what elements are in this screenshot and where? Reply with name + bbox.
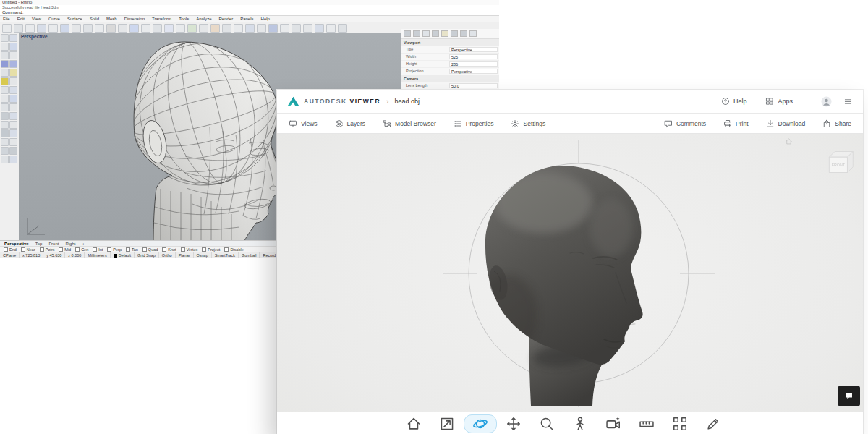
rhino-toolbar-icon[interactable]: [25, 24, 35, 33]
viewport-tool[interactable]: Orbit: [464, 412, 497, 434]
rhino-sidebar-icon[interactable]: [9, 60, 17, 68]
viewport-tool[interactable]: Markup: [697, 412, 730, 434]
view-cube[interactable]: FRONT: [815, 145, 857, 179]
status-bar-item[interactable]: Ortho: [159, 252, 176, 258]
viewer-viewport[interactable]: FRONT: [277, 134, 863, 434]
rhino-toolbar-icon[interactable]: [280, 24, 289, 33]
rhino-toolbar-icon[interactable]: [37, 24, 46, 33]
toolbar-button[interactable]: Print: [723, 119, 748, 128]
toolbar-button[interactable]: Views: [289, 119, 318, 128]
status-bar-item[interactable]: z 0.000: [65, 252, 85, 258]
rhino-properties-tab[interactable]: [451, 30, 458, 37]
status-bar-item[interactable]: Gumball: [239, 252, 260, 258]
avatar[interactable]: [821, 96, 832, 107]
rhino-sidebar-icon[interactable]: [9, 43, 17, 51]
toolbar-button[interactable]: Model Browser: [383, 119, 436, 128]
rhino-sidebar-icon[interactable]: [1, 86, 9, 94]
rhino-sidebar-icon[interactable]: [1, 138, 9, 146]
rhino-toolbar-icon[interactable]: [141, 24, 150, 33]
status-bar-item[interactable]: Grid Snap: [135, 252, 159, 258]
rhino-sidebar-icon[interactable]: [1, 112, 9, 120]
property-value[interactable]: 525: [449, 54, 498, 59]
viewport-tool[interactable]: Measure: [630, 412, 663, 434]
rhino-sidebar-icon[interactable]: [1, 121, 9, 129]
rhino-toolbar-icon[interactable]: [2, 24, 12, 33]
hamburger-menu-icon[interactable]: [843, 98, 853, 106]
rhino-properties-tab[interactable]: [460, 30, 467, 37]
rhino-sidebar-icon[interactable]: [9, 138, 17, 146]
rhino-sidebar-icon[interactable]: [9, 121, 17, 129]
rhino-toolbar-icon[interactable]: [234, 24, 243, 33]
rhino-sidebar-icon[interactable]: [9, 86, 17, 94]
rhino-viewport-label[interactable]: Perspective: [21, 34, 48, 39]
header-action-button[interactable]: Apps: [765, 97, 793, 106]
rhino-toolbar-icon[interactable]: [257, 24, 266, 33]
rhino-menu-item[interactable]: Transform: [152, 17, 171, 21]
rhino-sidebar-icon[interactable]: [9, 77, 17, 85]
rhino-toolbar-icon[interactable]: [187, 24, 197, 33]
rhino-menu-item[interactable]: View: [32, 17, 41, 21]
rhino-toolbar-icon[interactable]: [48, 24, 58, 33]
rhino-toolbar-icon[interactable]: [83, 24, 93, 33]
rhino-menu-item[interactable]: Solid: [90, 17, 99, 21]
rhino-sidebar-icon[interactable]: [1, 156, 9, 163]
viewport-tool[interactable]: Home: [397, 412, 430, 434]
rhino-menu-item[interactable]: Help: [261, 17, 270, 21]
rhino-sidebar-icon[interactable]: [9, 34, 17, 42]
rhino-menu-item[interactable]: Edit: [17, 17, 25, 21]
property-value[interactable]: Perspective: [449, 47, 498, 52]
rhino-toolbar-icon[interactable]: [303, 24, 312, 33]
rhino-toolbar-icon[interactable]: [338, 24, 347, 33]
rhino-sidebar-icon[interactable]: [9, 112, 17, 120]
rhino-menu-item[interactable]: Surface: [67, 17, 82, 21]
rhino-toolbar-icon[interactable]: [106, 24, 116, 33]
rhino-sidebar-icon[interactable]: [1, 147, 9, 155]
header-action-button[interactable]: Help: [721, 97, 747, 106]
toolbar-button[interactable]: Share: [822, 119, 851, 128]
rhino-properties-tab[interactable]: [413, 30, 420, 37]
rhino-sidebar-icon[interactable]: [9, 95, 17, 103]
rhino-menu-item[interactable]: Curve: [48, 17, 60, 21]
rhino-properties-tab[interactable]: [432, 30, 439, 37]
rhino-sidebar-icon[interactable]: [1, 103, 9, 111]
rhino-menu-item[interactable]: Tools: [179, 17, 189, 21]
viewport-tool[interactable]: Fit: [430, 412, 464, 434]
rhino-sidebar-icon[interactable]: [9, 156, 17, 163]
status-bar-item[interactable]: Osnap: [194, 252, 212, 258]
rhino-toolbar-icon[interactable]: [210, 24, 220, 33]
toolbar-button[interactable]: Comments: [664, 119, 706, 128]
rhino-sidebar-icon[interactable]: [1, 60, 9, 68]
toolbar-button[interactable]: Layers: [335, 119, 366, 128]
breadcrumb-file-name[interactable]: head.obj: [394, 98, 420, 105]
property-value[interactable]: 286: [449, 61, 498, 67]
rhino-sidebar-icon[interactable]: [9, 51, 17, 59]
status-bar-item[interactable]: Planar: [176, 252, 194, 258]
rhino-sidebar-icon[interactable]: [1, 51, 9, 59]
rhino-toolbar-icon[interactable]: [315, 24, 324, 33]
rhino-sidebar-icon[interactable]: [1, 34, 9, 42]
rhino-properties-tab[interactable]: [404, 30, 411, 37]
rhino-sidebar-icon[interactable]: [9, 129, 17, 137]
rhino-sidebar-icon[interactable]: [1, 43, 9, 51]
rhino-menu-item[interactable]: Dimension: [124, 17, 145, 21]
rhino-properties-tab[interactable]: [469, 30, 477, 37]
rhino-menu-item[interactable]: Mesh: [106, 17, 117, 21]
toolbar-button[interactable]: Settings: [511, 119, 545, 128]
rhino-command-prompt[interactable]: Command:: [0, 9, 499, 16]
chat-button[interactable]: [838, 386, 860, 406]
viewport-tool[interactable]: Camera: [597, 412, 630, 434]
rhino-toolbar-icon[interactable]: [95, 24, 104, 33]
rhino-toolbar-icon[interactable]: [60, 24, 69, 33]
rhino-sidebar-icon[interactable]: [9, 69, 17, 77]
toolbar-button[interactable]: Properties: [454, 119, 494, 128]
rhino-toolbar-icon[interactable]: [153, 24, 162, 33]
rhino-menu-item[interactable]: Render: [219, 17, 234, 21]
rhino-sidebar-icon[interactable]: [1, 77, 9, 85]
viewcube-home-icon[interactable]: [785, 137, 793, 145]
status-bar-item[interactable]: y 45.630: [43, 252, 65, 258]
status-bar-item[interactable]: SmartTrack: [212, 252, 239, 258]
rhino-toolbar-icon[interactable]: [292, 24, 301, 33]
toolbar-button[interactable]: Download: [766, 119, 806, 128]
rhino-toolbar-icon[interactable]: [14, 24, 23, 33]
rhino-toolbar-icon[interactable]: [72, 24, 81, 33]
